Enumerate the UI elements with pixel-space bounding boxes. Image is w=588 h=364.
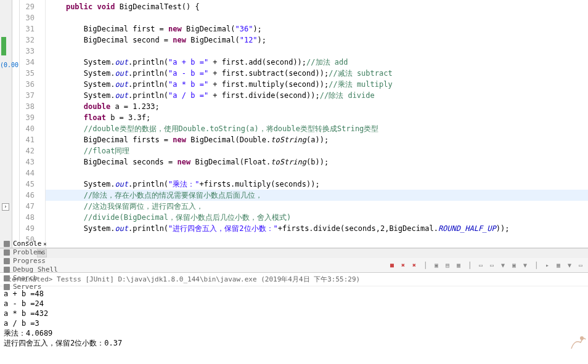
toolbar-button-8[interactable]: ▭ [476,261,486,270]
code-line[interactable]: //divide(BigDecimal，保留小数点后几位小数，舍入模式) [46,212,588,223]
line-number: 37 [20,90,35,101]
code-line[interactable]: public void BigDecimalTest() { [46,1,588,12]
console-icon [2,240,11,248]
code-line[interactable] [46,46,588,57]
progress-icon [2,257,11,265]
line-number-column: 2930313233343536373839404142434445464748… [20,0,37,248]
code-line[interactable]: System.out.println("a - b =" + first.sub… [46,68,588,79]
code-line[interactable]: //float同理 [46,145,588,156]
svg-rect-5 [4,284,10,290]
line-number: 30 [20,12,35,23]
code-line[interactable] [46,168,588,179]
tab-debug-shell[interactable]: Debug Shell [2,265,58,274]
code-line[interactable]: double a = 1.233; [46,101,588,112]
svg-rect-2 [4,258,10,264]
marker-column [12,0,20,248]
code-line[interactable]: //这边我保留两位，进行四舍五入， [46,201,588,212]
close-icon[interactable]: ✕ [43,241,46,247]
tab-label: Servers [13,283,41,291]
toolbar-button-3[interactable]: │ [420,261,430,270]
code-line[interactable]: System.out.println("a + b =" + first.add… [46,57,588,68]
code-line[interactable]: System.out.println("进行四舍五入，保留2位小数："+firs… [46,223,588,234]
tab-search[interactable]: Search [2,274,58,283]
line-number: 49 [20,223,35,234]
toolbar-button-15[interactable]: ▦ [553,261,563,270]
line-number: 40 [20,123,35,134]
toolbar-button-9[interactable]: ▭ [487,261,497,270]
tab-console[interactable]: Console ✕ [2,240,58,248]
svg-rect-4 [4,275,10,281]
svg-rect-1 [4,249,10,256]
tab-problems[interactable]: Problems [2,248,58,257]
search-icon [2,274,11,283]
editor-area: (0.00 › 29303132333435363738394041424344… [0,0,588,248]
code-line[interactable]: BigDecimal firsts = new BigDecimal(Doubl… [46,134,588,145]
console-panel: Console ✕ProblemsProgressDebug ShellSear… [0,258,588,364]
line-number: 45 [20,179,35,190]
code-line[interactable]: //double类型的数据，使用Double.toString(a)，将doub… [46,123,588,134]
code-line[interactable]: float b = 3.3f; [46,112,588,123]
code-line[interactable] [46,234,588,245]
tab-label: Progress [13,257,46,265]
code-line[interactable]: System.out.println("a * b =" + first.mul… [46,79,588,90]
code-line[interactable] [46,12,588,23]
horizontal-scrollbar[interactable]: ‹ [0,248,588,258]
toolbar-button-14[interactable]: ▸ [542,261,552,270]
code-line[interactable]: BigDecimal seconds = new BigDecimal(Floa… [46,156,588,168]
toolbar-button-17[interactable]: ▭ [576,261,586,270]
line-number: 39 [20,112,35,123]
code-line[interactable]: System.out.println("乘法："+firsts.multiply… [46,179,588,190]
line-number: 34 [20,57,35,68]
expand-button[interactable]: › [2,203,9,211]
line-number: 44 [20,168,35,179]
code-line[interactable]: //除法，存在小数点的情况需要保留小数点后面几位， [46,190,588,201]
toolbar-button-5[interactable]: ▤ [443,261,452,270]
code-line[interactable]: BigDecimal second = new BigDecimal("12")… [46,34,588,46]
tab-label: Problems [13,248,46,256]
debug-icon [2,265,11,274]
code-pane: 2930313233343536373839404142434445464748… [12,0,588,248]
line-number: 41 [20,134,35,145]
toolbar-button-1[interactable]: ✖ [398,261,408,270]
toolbar-button-12[interactable]: ▼ [520,261,530,270]
code-column[interactable]: public void BigDecimalTest() { BigDecima… [46,0,588,248]
toolbar-button-0[interactable]: ■ [387,261,397,270]
svg-rect-3 [4,267,10,273]
toolbar-button-7[interactable]: │ [465,261,475,270]
decoration-image [568,327,587,352]
line-number: 48 [20,212,35,223]
console-tab-bar: Console ✕ProblemsProgressDebug ShellSear… [0,258,588,273]
console-output[interactable]: a + b =48 a - b =24 a * b =432 a / b =3 … [0,286,588,350]
line-number: 29 [20,1,35,12]
toolbar-button-11[interactable]: ▣ [509,261,519,270]
tab-label: Search [13,274,38,282]
left-gutter: (0.00 › [0,0,12,248]
tab-servers[interactable]: Servers [2,283,58,291]
coverage-link[interactable]: (0.00 [0,62,18,68]
console-header: <terminated> Testss [JUnit] D:\java\jdk1… [0,273,588,286]
code-line[interactable]: System.out.println("a / b =" + first.div… [46,90,588,101]
servers-icon [2,283,11,291]
line-number: 35 [20,68,35,79]
toolbar-button-2[interactable]: ✖ [409,261,419,270]
line-number: 32 [20,34,35,46]
line-number: 31 [20,23,35,34]
toolbar-button-13[interactable]: │ [531,261,541,270]
toolbar-button-6[interactable]: ▦ [454,261,463,270]
code-line[interactable]: BigDecimal first = new BigDecimal("36"); [46,23,588,34]
line-number: 47 [20,201,35,212]
problems-icon [2,248,11,257]
line-number: 42 [20,145,35,156]
toolbar-button-16[interactable]: ▼ [565,261,574,270]
coverage-bar [1,37,6,55]
line-number: 43 [20,156,35,168]
console-toolbar: ■✖✖│▣▤▦│▭▭▼▣▼│▸▦▼▭ [387,261,586,270]
svg-rect-0 [4,241,10,247]
toolbar-button-4[interactable]: ▣ [431,261,441,270]
toolbar-button-10[interactable]: ▼ [498,261,508,270]
fold-column [37,0,46,248]
line-number: 36 [20,79,35,90]
tab-progress[interactable]: Progress [2,257,58,265]
line-number: 46 [20,190,35,201]
line-number: 33 [20,46,35,57]
